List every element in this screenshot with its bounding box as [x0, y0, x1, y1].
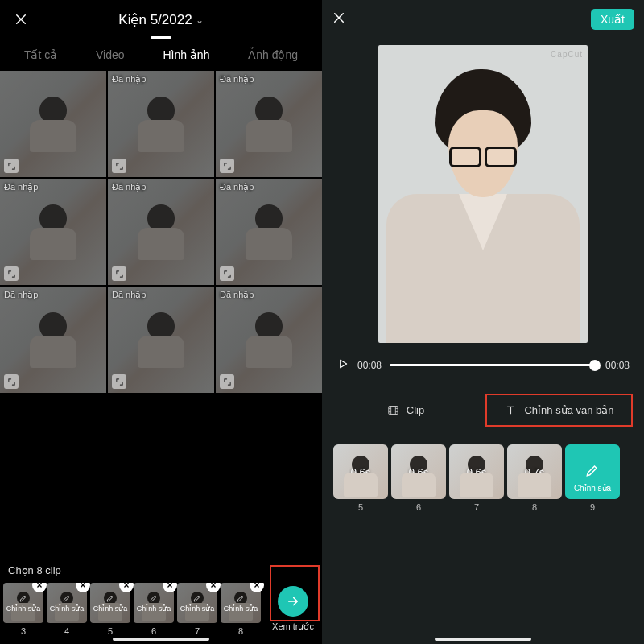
- clip-item[interactable]: 0.7s 8: [507, 444, 562, 512]
- tray-clip[interactable]: Chỉnh sửa×7: [177, 583, 217, 636]
- media-cell[interactable]: [0, 71, 106, 177]
- tab-gif[interactable]: Ảnh động: [246, 45, 299, 64]
- tray-clip[interactable]: Chỉnh sửa × 3: [3, 583, 43, 636]
- preview-circle: [278, 586, 308, 617]
- tab-all[interactable]: Tất cả: [23, 45, 59, 64]
- media-grid: Đã nhập Đã nhập Đã nhập Đã nhập Đã nhập …: [0, 71, 322, 393]
- expand-button[interactable]: [4, 266, 19, 281]
- tool-edit-text[interactable]: Chỉnh sửa văn bản: [485, 394, 633, 427]
- edit-icon: [192, 593, 202, 603]
- tray-clip[interactable]: Chỉnh sửa×8: [221, 583, 261, 636]
- edit-icon: [62, 593, 72, 603]
- play-icon: [336, 357, 349, 370]
- media-type-tabs: Tất cả Video Hình ảnh Ảnh động: [0, 39, 322, 71]
- media-cell[interactable]: Đã nhập: [108, 71, 214, 177]
- edit-tile-label: Chỉnh sửa: [574, 484, 611, 493]
- clip-item[interactable]: 0.6s 6: [391, 444, 446, 512]
- expand-icon: [223, 270, 232, 279]
- imported-badge: Đã nhập: [112, 74, 146, 85]
- text-icon: [504, 403, 518, 417]
- preview-button[interactable]: Xem trước: [269, 583, 317, 632]
- editor-header: Xuất: [322, 0, 644, 39]
- clip-thumbnail: 0.7s: [507, 444, 562, 499]
- selection-count: Chọn 8 clip: [0, 559, 322, 583]
- clip-index: 5: [358, 502, 363, 512]
- imported-badge: Đã nhập: [220, 182, 254, 192]
- clip-index: 8: [238, 626, 243, 636]
- media-cell[interactable]: Đã nhập: [0, 287, 106, 393]
- close-button[interactable]: [11, 10, 31, 29]
- clip-index: 3: [21, 626, 26, 636]
- expand-button[interactable]: [220, 159, 234, 173]
- clip-duration: 0.6s: [449, 444, 504, 499]
- expand-button[interactable]: [220, 266, 234, 281]
- remove-clip-button[interactable]: ×: [119, 583, 134, 592]
- preview-label: Xem trước: [272, 621, 314, 632]
- expand-icon: [115, 162, 124, 171]
- tool-clip[interactable]: Clip: [333, 394, 477, 427]
- media-cell[interactable]: Đã nhập: [108, 179, 214, 285]
- playback-scrubber: 00:08 00:08: [336, 357, 630, 373]
- imported-badge: Đã nhập: [220, 290, 254, 300]
- media-cell[interactable]: Đã nhập: [0, 179, 106, 285]
- home-indicator: [435, 638, 531, 641]
- tray-items[interactable]: Chỉnh sửa × 3 Chỉnh sửa×4 Chỉnh sửa×5 Ch…: [3, 583, 266, 636]
- media-cell[interactable]: Đã nhập: [108, 287, 214, 393]
- expand-button[interactable]: [220, 374, 234, 389]
- expand-button[interactable]: [4, 159, 19, 173]
- remove-clip-button[interactable]: ×: [76, 583, 90, 592]
- clip-index: 5: [108, 626, 113, 636]
- clip-edit-label: Chỉnh sửa: [93, 605, 128, 613]
- edit-icon: [236, 593, 246, 603]
- tab-image[interactable]: Hình ảnh: [161, 45, 211, 64]
- play-button[interactable]: [336, 357, 349, 373]
- clip-edit-label: Chỉnh sửa: [50, 605, 85, 613]
- media-cell[interactable]: Đã nhập: [216, 179, 322, 285]
- film-icon: [386, 403, 400, 417]
- clip-edit-label: Chỉnh sửa: [224, 605, 258, 613]
- tray-clip[interactable]: Chỉnh sửa×6: [134, 583, 174, 636]
- remove-clip-button[interactable]: ×: [250, 583, 264, 592]
- imported-badge: Đã nhập: [112, 290, 146, 300]
- expand-button[interactable]: [112, 159, 126, 173]
- clip-index: 4: [64, 626, 69, 636]
- expand-button[interactable]: [112, 266, 126, 281]
- expand-button[interactable]: [112, 374, 126, 389]
- time-current: 00:08: [357, 360, 382, 371]
- selection-tray: Chỉnh sửa × 3 Chỉnh sửa×4 Chỉnh sửa×5 Ch…: [0, 583, 322, 636]
- clip-item[interactable]: 0.6s 7: [449, 444, 504, 512]
- chevron-down-icon: ⌄: [196, 14, 204, 26]
- close-icon: [14, 12, 28, 27]
- timeline-track[interactable]: [390, 364, 597, 366]
- clip-duration: 0.6s: [391, 444, 446, 499]
- clip-thumbnail: 0.6s: [449, 444, 504, 499]
- imported-badge: Đã nhập: [112, 182, 146, 192]
- tab-video[interactable]: Video: [94, 45, 126, 64]
- expand-icon: [7, 162, 16, 171]
- remove-clip-button[interactable]: ×: [32, 583, 47, 592]
- arrow-right-icon: [286, 594, 300, 609]
- remove-clip-button[interactable]: ×: [163, 583, 177, 592]
- clip-item-edit[interactable]: Chỉnh sửa 9: [565, 444, 620, 512]
- album-dropdown[interactable]: Kiện 5/2022 ⌄: [118, 11, 203, 28]
- expand-button[interactable]: [4, 374, 19, 389]
- portrait-photo: [378, 45, 588, 343]
- media-cell[interactable]: Đã nhập: [216, 287, 322, 393]
- tray-clip[interactable]: Chỉnh sửa×5: [90, 583, 130, 636]
- clip-duration: 0.6s: [333, 444, 388, 499]
- timeline-knob[interactable]: [589, 360, 601, 371]
- close-button[interactable]: [332, 10, 346, 28]
- remove-clip-button[interactable]: ×: [206, 583, 221, 592]
- expand-icon: [7, 270, 16, 279]
- close-icon: [332, 10, 346, 25]
- selection-bar: Chọn 8 clip Chỉnh sửa × 3 Chỉnh sửa×4 Ch…: [0, 556, 322, 644]
- preview-stage[interactable]: CapCut: [378, 45, 588, 343]
- export-button[interactable]: Xuất: [591, 9, 634, 30]
- edit-icon: [149, 593, 159, 603]
- album-title: Kiện 5/2022: [118, 11, 192, 28]
- clip-tray[interactable]: 0.6s 5 0.6s 6 0.6s 7 0.7s 8 Chỉnh sửa 9: [322, 444, 644, 512]
- clip-item[interactable]: 0.6s 5: [333, 444, 388, 512]
- media-cell[interactable]: Đã nhập: [216, 71, 322, 177]
- expand-icon: [7, 378, 16, 386]
- tray-clip[interactable]: Chỉnh sửa×4: [47, 583, 87, 636]
